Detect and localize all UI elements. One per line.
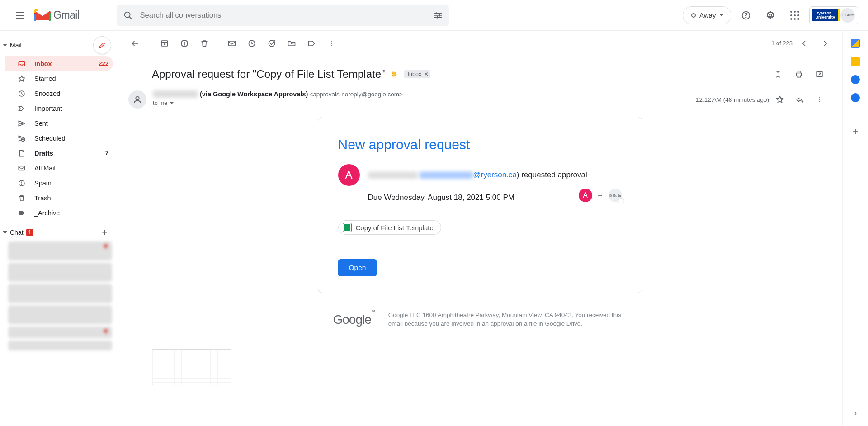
status-away-icon [691, 13, 696, 18]
sidebar-item-sent[interactable]: Sent [5, 116, 113, 131]
sidebar: Mail Inbox 222 Starred Snoozed Important [0, 31, 118, 426]
sidebar-chat-header[interactable]: Chat 1 + [0, 224, 118, 241]
approval-card: New approval request A @ryerson.ca) requ… [318, 117, 642, 293]
gmail-m-icon [34, 9, 51, 21]
add-tasks-button[interactable] [263, 34, 281, 52]
clock-icon [17, 89, 26, 98]
open-button[interactable]: Open [338, 259, 377, 276]
hide-side-panel[interactable]: › [854, 408, 857, 418]
arrow-left-icon [130, 39, 139, 48]
star-button[interactable] [771, 90, 789, 109]
collapse-all-button[interactable] [769, 65, 787, 83]
mark-unread-button[interactable] [223, 34, 241, 52]
chevron-left-icon [800, 39, 809, 48]
sender-avatar[interactable] [128, 90, 146, 109]
apps-button[interactable] [785, 5, 805, 25]
contacts-app[interactable] [851, 93, 860, 102]
keep-app[interactable] [851, 57, 860, 66]
chat-item-redacted[interactable] [8, 327, 112, 338]
folder-label: Drafts [34, 150, 53, 157]
snooze-button[interactable] [243, 34, 261, 52]
footer-text: Google LLC 1600 Amphitheatre Parkway, Mo… [388, 311, 623, 328]
reply-button[interactable] [791, 90, 809, 109]
message-pager: 1 of 223 [771, 34, 834, 52]
recipient-line[interactable]: to me [153, 99, 403, 106]
archive-button[interactable] [156, 34, 174, 52]
side-panel: + › [843, 31, 868, 426]
file-name: Copy of File List Template [356, 224, 434, 232]
keep-icon [851, 57, 860, 66]
back-button[interactable] [126, 34, 144, 52]
scheduled-icon [17, 134, 26, 143]
print-button[interactable] [790, 65, 808, 83]
svg-point-14 [269, 40, 274, 46]
print-icon [794, 70, 803, 79]
sidebar-item-snoozed[interactable]: Snoozed [5, 86, 113, 101]
main-menu-button[interactable] [9, 5, 31, 26]
labels-button[interactable] [302, 34, 321, 52]
sidebar-item-allmail[interactable]: All Mail [5, 161, 113, 175]
label-chip[interactable]: Inbox ✕ [404, 70, 431, 78]
folder-label: Spam [34, 180, 52, 187]
chat-item-redacted[interactable] [8, 284, 112, 303]
message-more-button[interactable] [811, 90, 829, 109]
attachment-preview[interactable] [152, 349, 231, 385]
add-addon-button[interactable]: + [852, 125, 859, 138]
send-icon [17, 119, 26, 128]
account-chip[interactable]: RyersonUniversity G Suite [809, 6, 858, 24]
folder-label: All Mail [34, 165, 56, 172]
topbar: Gmail Away RyersonUniversity G Suite [0, 0, 868, 31]
top-right-controls: Away RyersonUniversity G Suite [683, 5, 868, 25]
chat-item-redacted[interactable] [8, 341, 112, 350]
gmail-logo[interactable]: Gmail [34, 9, 80, 21]
chat-item-redacted[interactable] [8, 263, 112, 282]
sidebar-item-starred[interactable]: Starred [5, 71, 113, 86]
sidebar-item-archive[interactable]: _Archive [5, 205, 113, 220]
sidebar-item-scheduled[interactable]: Scheduled [5, 131, 113, 146]
sidebar-mail-header[interactable]: Mail [0, 34, 118, 56]
remove-label-icon[interactable]: ✕ [424, 71, 429, 77]
svg-point-0 [124, 12, 130, 17]
org-badge: RyersonUniversity [812, 9, 838, 21]
sidebar-item-drafts[interactable]: Drafts 7 [5, 146, 113, 161]
compose-button[interactable] [93, 36, 111, 54]
report-spam-button[interactable] [175, 34, 193, 52]
report-icon [180, 39, 189, 48]
importance-marker[interactable] [391, 70, 399, 78]
status-chip[interactable]: Away [683, 6, 731, 24]
trash-icon [17, 194, 26, 203]
new-chat-button[interactable]: + [102, 227, 108, 238]
requester-avatar: A [338, 164, 360, 186]
support-button[interactable] [736, 5, 756, 25]
folder-label: Inbox [34, 60, 52, 67]
search-input[interactable] [139, 10, 434, 20]
file-chip[interactable]: Copy of File List Template [338, 220, 441, 235]
delete-button[interactable] [195, 34, 213, 52]
search-bar[interactable] [117, 5, 449, 26]
sidebar-item-spam[interactable]: Spam [5, 175, 113, 190]
message-pane[interactable]: Approval request for "Copy of File List … [118, 56, 842, 426]
tasks-app[interactable] [851, 75, 860, 84]
svg-point-9 [22, 184, 22, 185]
prev-button[interactable] [795, 34, 813, 52]
chat-unread-badge: 1 [26, 229, 34, 236]
timestamp: 12:12 AM (48 minutes ago) [696, 96, 769, 103]
delete-icon [200, 39, 209, 48]
flow-to: G Suite [609, 189, 622, 202]
sidebar-item-inbox[interactable]: Inbox 222 [5, 56, 113, 71]
search-options-icon[interactable] [434, 11, 443, 20]
calendar-app[interactable] [851, 39, 860, 48]
sidebar-item-important[interactable]: Important [5, 101, 113, 116]
chat-item-redacted[interactable] [8, 241, 112, 260]
move-to-button[interactable] [283, 34, 301, 52]
svg-point-19 [136, 97, 139, 100]
sidebar-item-trash[interactable]: Trash [5, 190, 113, 205]
chat-item-redacted[interactable] [8, 305, 112, 324]
open-new-window-button[interactable] [811, 65, 829, 83]
sender-via: (via Google Workspace Approvals) [200, 90, 308, 98]
next-button[interactable] [816, 34, 834, 52]
more-actions-button[interactable] [322, 34, 340, 52]
chevron-down-icon [3, 44, 7, 47]
settings-button[interactable] [760, 5, 780, 25]
add-task-icon [267, 39, 276, 48]
